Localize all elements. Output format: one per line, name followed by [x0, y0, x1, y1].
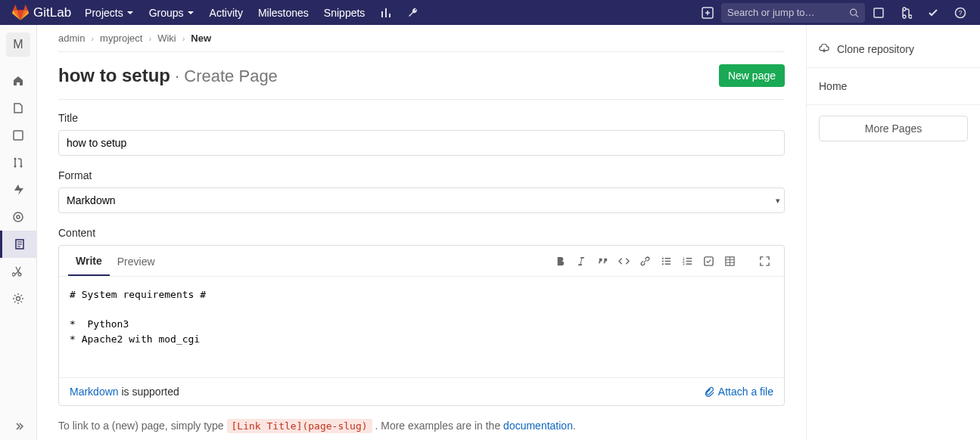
bullet-list-button[interactable] — [655, 246, 677, 276]
bc-current: New — [191, 33, 211, 44]
chevron-down-icon — [126, 9, 134, 17]
page-subtitle: · Create Page — [170, 67, 278, 85]
nav-projects[interactable]: Projects — [77, 0, 142, 25]
issues-icon[interactable] — [865, 0, 892, 25]
cloud-download-icon — [819, 44, 829, 54]
nav-snippets[interactable]: Snippets — [316, 0, 372, 25]
help-middle: . More examples are in the — [372, 420, 504, 432]
clone-label: Clone repository — [837, 43, 914, 55]
svg-point-6 — [14, 158, 17, 160]
title-label: Title — [58, 112, 785, 124]
markdown-link[interactable]: Markdown — [70, 386, 119, 398]
svg-point-1 — [851, 9, 857, 15]
quote-button[interactable] — [592, 246, 613, 276]
content-label: Content — [58, 227, 785, 239]
attach-file-button[interactable]: Attach a file — [704, 386, 773, 398]
nav-activity[interactable]: Activity — [202, 0, 250, 25]
wrench-icon[interactable] — [400, 0, 427, 25]
breadcrumb: admin › myproject › Wiki › New — [58, 33, 785, 44]
help-text: To link to a (new) page, simply type [Li… — [58, 420, 785, 432]
home-label: Home — [819, 80, 847, 92]
fullscreen-button[interactable] — [754, 246, 775, 276]
svg-point-13 — [661, 260, 663, 262]
brand-text: GitLab — [33, 5, 71, 20]
svg-rect-5 — [14, 131, 23, 140]
content-textarea[interactable] — [59, 277, 784, 375]
more-pages-button[interactable]: More Pages — [819, 116, 968, 141]
nav-items: Projects Groups Activity Milestones Snip… — [77, 0, 427, 25]
nav-milestones[interactable]: Milestones — [250, 0, 316, 25]
title-input[interactable] — [58, 130, 785, 156]
code-button[interactable] — [613, 246, 634, 276]
svg-point-10 — [17, 215, 20, 218]
svg-text:?: ? — [958, 9, 962, 17]
link-button[interactable] — [634, 246, 655, 276]
supported-text: is supported — [119, 386, 179, 398]
wiki-home-link[interactable]: Home — [807, 73, 980, 100]
search-icon — [849, 8, 859, 18]
gitlab-icon — [12, 5, 29, 21]
sidebar-home[interactable] — [0, 67, 37, 95]
left-sidebar: M — [0, 25, 37, 440]
svg-point-8 — [20, 166, 23, 168]
sidebar-settings[interactable] — [0, 285, 37, 312]
stats-icon[interactable] — [372, 0, 400, 25]
plus-icon[interactable] — [694, 0, 721, 25]
nav-label: Groups — [149, 7, 184, 19]
chevron-right-icon: › — [91, 34, 94, 43]
chevron-down-icon — [187, 9, 194, 17]
task-list-button[interactable] — [698, 246, 719, 276]
svg-point-9 — [14, 212, 23, 222]
format-label: Format — [58, 169, 785, 181]
chevron-right-icon: › — [148, 34, 151, 43]
svg-point-14 — [661, 263, 663, 265]
tab-preview[interactable]: Preview — [110, 246, 163, 275]
search-box[interactable] — [721, 3, 865, 23]
nav-groups[interactable]: Groups — [142, 0, 202, 25]
svg-text:3: 3 — [682, 262, 684, 266]
gitlab-logo[interactable]: GitLab — [6, 5, 77, 21]
search-input[interactable] — [727, 7, 849, 18]
tab-write[interactable]: Write — [68, 246, 110, 276]
sidebar-snippets[interactable] — [0, 258, 37, 285]
help-suffix: . — [573, 420, 576, 432]
sidebar-issues[interactable] — [0, 122, 37, 149]
merge-requests-icon[interactable] — [892, 0, 919, 25]
project-avatar[interactable]: M — [6, 33, 30, 57]
help-prefix: To link to a (new) page, simply type — [58, 420, 227, 432]
chevron-right-icon: › — [182, 34, 185, 43]
help-code: [Link Title](page-slug) — [227, 419, 372, 433]
markdown-support: Markdown is supported — [70, 386, 179, 398]
nav-label: Milestones — [258, 7, 309, 19]
svg-point-12 — [661, 257, 663, 259]
new-page-button[interactable]: New page — [719, 64, 785, 87]
editor: Write Preview 123 — [58, 245, 785, 406]
clone-repo-link[interactable]: Clone repository — [807, 36, 980, 63]
number-list-button[interactable]: 123 — [677, 246, 698, 276]
nav-label: Snippets — [324, 7, 365, 19]
bold-button[interactable] — [549, 246, 571, 276]
help-icon[interactable]: ? — [947, 0, 974, 25]
top-navbar: GitLab Projects Groups Activity Mileston… — [0, 0, 980, 25]
italic-button[interactable] — [571, 246, 592, 276]
svg-point-11 — [17, 297, 20, 301]
bc-admin[interactable]: admin — [58, 33, 85, 44]
sidebar-ops[interactable] — [0, 203, 37, 231]
format-select[interactable]: Markdown — [58, 187, 785, 213]
nav-label: Projects — [85, 7, 123, 19]
svg-rect-2 — [874, 8, 883, 17]
page-title: how to setup — [58, 65, 170, 85]
svg-point-7 — [14, 166, 17, 168]
bc-project[interactable]: myproject — [100, 33, 142, 44]
todos-icon[interactable] — [919, 0, 947, 25]
sidebar-merge[interactable] — [0, 149, 37, 176]
table-button[interactable] — [719, 246, 740, 276]
sidebar-wiki[interactable] — [0, 231, 37, 258]
sidebar-repo[interactable] — [0, 95, 37, 122]
documentation-link[interactable]: documentation — [503, 420, 573, 432]
bc-wiki[interactable]: Wiki — [157, 33, 176, 44]
sidebar-collapse[interactable] — [0, 413, 37, 440]
sidebar-ci[interactable] — [0, 176, 37, 203]
attach-icon — [704, 386, 714, 397]
right-sidebar: Clone repository Home More Pages — [806, 25, 980, 440]
